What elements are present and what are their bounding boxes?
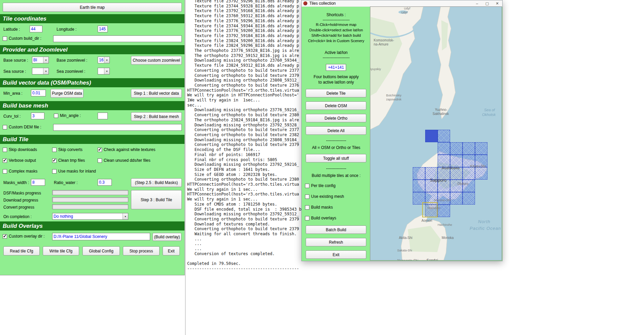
map-label: Udyl'	[401, 11, 408, 14]
map-label: Pacific Ocean	[470, 226, 501, 231]
checkbox-box-icon[interactable]	[3, 148, 7, 152]
map-label: Yamagata-Shi	[397, 259, 418, 261]
stop-process-button[interactable]: Stop process	[123, 246, 160, 255]
checkbox-box-icon[interactable]	[52, 169, 57, 174]
map-label: Okhotsk	[482, 113, 496, 117]
step25-build-masks-button[interactable]: (Step 2.5 : Build Masks)	[131, 178, 182, 187]
base-source-combo[interactable]: BI ▼	[32, 57, 49, 63]
chevron-down-icon[interactable]: ▼	[104, 57, 109, 63]
refresh-button[interactable]: Refresh	[306, 238, 366, 246]
skip-downloads-checkbox[interactable]: Skip downloads	[3, 147, 37, 152]
ratio-water-input[interactable]	[98, 179, 112, 186]
check-white-textures-checkbox[interactable]: Check against white textures	[98, 147, 155, 152]
checkbox-box-icon[interactable]	[3, 234, 7, 239]
sea-source-combo[interactable]: ▼	[32, 68, 49, 74]
curv-tol-input[interactable]	[31, 113, 44, 119]
checkbox-box-icon[interactable]	[3, 125, 7, 129]
convert-progress-label: Convert progress	[3, 205, 34, 210]
min-angle-input[interactable]	[98, 113, 108, 119]
chevron-down-icon[interactable]: ▼	[43, 57, 48, 63]
console-line: Completed in 79.50sec.	[187, 261, 644, 266]
custom-overlay-dir-input[interactable]	[52, 233, 150, 240]
write-tile-cfg-button[interactable]: Write tile Cfg	[43, 246, 79, 255]
read-tile-cfg-button[interactable]: Read tile Cfg	[3, 246, 40, 255]
active-latlon-input[interactable]	[326, 64, 346, 71]
map-label: Kitami-Shi	[470, 164, 486, 168]
checkbox-box-icon[interactable]	[305, 205, 309, 210]
custom-build-dir-checkbox[interactable]: Custom build_dir :	[3, 36, 41, 41]
build-masks-checkbox[interactable]: Build masks	[305, 205, 333, 210]
base-zoomlevel-combo[interactable]: 16 ▼	[98, 57, 110, 63]
custom-dem-input[interactable]	[53, 124, 182, 131]
base-source-label: Base source :	[3, 58, 28, 63]
clean-tmp-files-checkbox[interactable]: Clean tmp files	[52, 158, 85, 163]
build-overlay-button[interactable]: (Build overlay)	[152, 233, 181, 241]
close-icon[interactable]: ✕	[492, 0, 502, 6]
chevron-down-icon[interactable]: ▼	[43, 68, 48, 74]
use-existing-mesh-checkbox[interactable]: Use existing mesh	[305, 194, 344, 199]
latitude-input[interactable]	[30, 26, 42, 32]
clean-unused-dds-checkbox[interactable]: Clean unused dds/ter files	[98, 158, 150, 163]
delete-ortho-button[interactable]: Delete Ortho	[306, 114, 366, 122]
build-overlays-checkbox[interactable]: Build overlays	[305, 216, 336, 220]
tiles-exit-button[interactable]: Exit	[306, 250, 366, 259]
choose-custom-zoomlevel-button[interactable]: Choose custom zoomlevel	[131, 56, 182, 65]
titlebar[interactable]: Tiles collection – ▢ ✕	[302, 0, 502, 7]
map-label: Udyl'	[404, 7, 411, 10]
step2-build-base-mesh-button[interactable]: Step 2 : Build base mesh	[131, 112, 182, 121]
checkbox-box-icon[interactable]	[3, 36, 7, 41]
use-masks-inland-checkbox[interactable]: Use masks for inland	[52, 169, 96, 174]
min-area-input[interactable]	[31, 90, 46, 96]
tiles-map[interactable]: Udyl'Udyl'Komsomolsk-na-AmureiyuyskiyBot…	[370, 6, 502, 261]
checkbox-box-icon[interactable]	[305, 194, 309, 199]
masks-width-input[interactable]	[31, 179, 45, 186]
chevron-down-icon[interactable]: ▼	[123, 213, 128, 219]
sea-zoomlevel-combo[interactable]: ▼	[98, 68, 110, 74]
custom-build-dir-input[interactable]	[53, 35, 182, 42]
console-line: ----------------------------------------…	[187, 266, 644, 271]
skip-converts-checkbox[interactable]: Skip converts	[52, 147, 82, 152]
min-angle-checkbox[interactable]: Min_angle :	[54, 113, 81, 118]
minimize-icon[interactable]: –	[472, 0, 482, 6]
custom-overlay-dir-checkbox[interactable]: Custom overlay dir :	[3, 234, 45, 239]
purge-osm-data-button[interactable]: Purge OSM data	[50, 89, 83, 98]
delete-all-button[interactable]: Delete All	[306, 126, 366, 135]
step1-build-vector-data-button[interactable]: Step 1 : Build vector data	[131, 89, 182, 98]
complex-masks-checkbox[interactable]: Complex masks	[3, 169, 37, 174]
toggle-all-stuff-button[interactable]: Toggle all stuff	[306, 154, 366, 162]
shortcut-line: R-Click+hold=move map	[302, 23, 370, 27]
maximize-icon[interactable]: ▢	[482, 0, 492, 6]
checkbox-box-icon[interactable]	[98, 148, 102, 152]
checkbox-box-icon[interactable]	[52, 158, 57, 163]
custom-dem-checkbox[interactable]: Custom DEM file :	[3, 125, 41, 129]
longitude-input[interactable]	[98, 26, 108, 32]
map-label: Morioka	[442, 236, 454, 240]
checkbox-box-icon[interactable]	[305, 184, 309, 188]
map-label: Sea of	[484, 108, 495, 112]
map-label: Sapporo	[430, 178, 446, 183]
chevron-down-icon[interactable]: ▼	[104, 68, 109, 74]
download-progress-bar	[52, 197, 128, 202]
sea-source-label: Sea source :	[3, 69, 26, 74]
map-label: Botchinskiy	[386, 94, 402, 97]
checkbox-box-icon[interactable]	[98, 158, 102, 163]
checkbox-box-icon[interactable]	[54, 114, 58, 118]
per-tile-config-checkbox[interactable]: Per tile config	[305, 183, 336, 188]
earth-tile-map-button[interactable]: Earth tile map	[3, 3, 182, 12]
delete-osm-button[interactable]: Delete OSM	[306, 101, 366, 110]
checkbox-box-icon[interactable]	[305, 216, 309, 220]
exit-button[interactable]: Exit	[163, 246, 180, 255]
min-angle-label: Min_angle :	[60, 113, 81, 118]
checkbox-box-icon[interactable]	[3, 158, 7, 163]
checkbox-label: Use masks for inland	[58, 169, 96, 174]
divider: --------------------	[302, 18, 370, 22]
base-zoomlevel-label: Base zoomlevel :	[57, 58, 87, 63]
checkbox-box-icon[interactable]	[3, 169, 7, 174]
delete-tile-button[interactable]: Delete Tile	[306, 89, 366, 97]
batch-build-button[interactable]: Batch Build	[306, 225, 366, 234]
on-completion-combo[interactable]: Do nothing ▼	[52, 213, 128, 220]
step3-build-tile-button[interactable]: Step 3 : Build Tile	[131, 190, 182, 209]
global-config-button[interactable]: Global Config	[82, 246, 120, 255]
checkbox-box-icon[interactable]	[52, 148, 57, 152]
verbose-output-checkbox[interactable]: Verbose output	[3, 158, 36, 163]
